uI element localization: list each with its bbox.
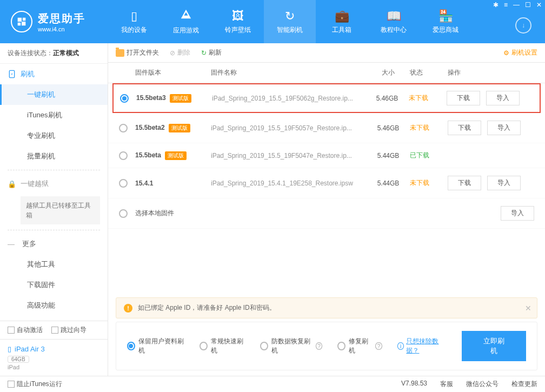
ringtone-icon: 🖼 bbox=[232, 9, 244, 23]
close-warning-icon[interactable]: ✕ bbox=[525, 304, 531, 313]
minimize-icon[interactable]: — bbox=[513, 1, 520, 9]
sidebar-more-label: 更多 bbox=[22, 239, 36, 249]
device-type: iPad bbox=[8, 364, 100, 370]
sidebar-group-more[interactable]: — 更多 bbox=[0, 234, 108, 254]
flash-settings-link[interactable]: ⚙ 刷机设置 bbox=[503, 48, 537, 57]
menu-icon[interactable]: ✱ bbox=[493, 1, 499, 9]
version-label: V7.98.53 bbox=[401, 380, 427, 389]
sidebar-item-pro[interactable]: 专业刷机 bbox=[0, 125, 108, 146]
device-name-row: ▯ iPad Air 3 bbox=[8, 345, 100, 353]
refresh-icon: ↻ bbox=[201, 49, 207, 57]
beta-tag: 测试版 bbox=[170, 94, 191, 103]
option-label: 防数据恢复刷机 bbox=[271, 337, 311, 355]
sidebar-item-batch[interactable]: 批量刷机 bbox=[0, 146, 108, 167]
sidebar-jailbreak-label: 一键越狱 bbox=[21, 179, 49, 189]
sidebar-group-flash[interactable]: 刷机 bbox=[0, 64, 108, 84]
wechat-link[interactable]: 微信公众号 bbox=[466, 380, 499, 389]
info-icon: i bbox=[397, 342, 404, 350]
download-button[interactable]: 下载 bbox=[448, 176, 481, 190]
list-icon[interactable]: ≡ bbox=[504, 1, 508, 9]
folder-icon bbox=[116, 49, 124, 57]
warning-icon: ! bbox=[124, 304, 132, 313]
flash-group-icon bbox=[8, 70, 16, 78]
settings-label: 刷机设置 bbox=[511, 48, 537, 57]
nav-tab-toolbox[interactable]: 💼 工具箱 bbox=[316, 0, 368, 43]
flash-now-button[interactable]: 立即刷机 bbox=[462, 331, 526, 361]
fw-size: 5.44GB bbox=[367, 152, 410, 160]
toolbox-icon: 💼 bbox=[335, 9, 349, 23]
option-anti-recovery[interactable]: 防数据恢复刷机 ? bbox=[260, 337, 322, 355]
row-radio[interactable] bbox=[119, 151, 128, 160]
nav-tabs: ▯ 我的设备 应用游戏 🖼 铃声壁纸 ↻ 智能刷机 💼 工具箱 📖 教程中心 🏪… bbox=[108, 0, 545, 43]
apps-icon bbox=[180, 9, 192, 24]
download-button[interactable]: 下载 bbox=[447, 91, 480, 105]
download-circle-icon[interactable]: ↓ bbox=[515, 17, 531, 34]
nav-tab-ringtone[interactable]: 🖼 铃声壁纸 bbox=[212, 0, 264, 43]
maximize-icon[interactable]: ☐ bbox=[525, 1, 531, 9]
auto-activate-checkbox[interactable]: 自动激活 bbox=[8, 325, 43, 335]
nav-tab-device[interactable]: ▯ 我的设备 bbox=[108, 0, 160, 43]
shop-icon: 🏪 bbox=[438, 9, 453, 23]
auto-options-row: 自动激活 跳过向导 bbox=[0, 321, 108, 339]
check-update-link[interactable]: 检查更新 bbox=[511, 380, 537, 389]
sidebar-item-advanced[interactable]: 高级功能 bbox=[0, 295, 108, 316]
option-repair[interactable]: 修复刷机 ? bbox=[337, 337, 382, 355]
beta-tag: 测试版 bbox=[165, 151, 187, 160]
firmware-row-local[interactable]: 选择本地固件 导入 bbox=[108, 198, 545, 229]
firmware-row-2[interactable]: 15.5beta 测试版 iPad_Spring_2019_15.5_19F50… bbox=[108, 143, 545, 168]
sidebar-item-other[interactable]: 其他工具 bbox=[0, 254, 108, 275]
skip-guide-label: 跳过向导 bbox=[61, 326, 87, 334]
option-keep-data[interactable]: 保留用户资料刷机 bbox=[127, 337, 184, 355]
sidebar-item-download[interactable]: 下载固件 bbox=[0, 275, 108, 295]
jailbreak-note: 越狱工具已转移至工具箱 bbox=[21, 196, 100, 224]
download-button[interactable]: 下载 bbox=[448, 121, 481, 135]
logo-area: 爱思助手 www.i4.cn bbox=[0, 11, 108, 32]
nav-tab-apps[interactable]: 应用游戏 bbox=[160, 0, 212, 43]
refresh-button[interactable]: ↻ 刷新 bbox=[201, 48, 222, 57]
nav-tab-shop[interactable]: 🏪 爱思商城 bbox=[420, 0, 471, 43]
option-normal[interactable]: 常规快速刷机 bbox=[200, 337, 245, 355]
support-link[interactable]: 客服 bbox=[440, 380, 453, 389]
close-icon[interactable]: ✕ bbox=[536, 1, 542, 9]
delete-label: 删除 bbox=[177, 48, 190, 57]
ipad-icon: ▯ bbox=[8, 345, 11, 353]
firmware-row-0[interactable]: 15.5beta3 测试版 iPad_Spring_2019_15.5_19F5… bbox=[112, 83, 541, 113]
fw-version: 15.5beta2 bbox=[135, 124, 165, 131]
import-button[interactable]: 导入 bbox=[486, 91, 520, 105]
window-controls: ✱ ≡ — ☐ ✕ bbox=[493, 1, 542, 9]
import-button[interactable]: 导入 bbox=[487, 121, 521, 135]
row-radio[interactable] bbox=[119, 179, 128, 188]
main-panel: 打开文件夹 ⊘ 删除 ↻ 刷新 ⚙ 刷机设置 固件版本 固件名称 bbox=[108, 43, 545, 376]
warning-bar: ! 如已绑定 Apple ID，请准备好 Apple ID和密码。 ✕ bbox=[116, 297, 537, 318]
help-icon[interactable]: ? bbox=[316, 342, 323, 350]
help-icon[interactable]: ? bbox=[375, 342, 382, 350]
gear-icon: ⚙ bbox=[503, 49, 509, 57]
col-status: 状态 bbox=[410, 68, 448, 77]
nav-tab-flash[interactable]: ↻ 智能刷机 bbox=[264, 0, 316, 43]
lock-icon: 🔒 bbox=[8, 180, 16, 188]
row-radio[interactable] bbox=[120, 94, 129, 103]
block-itunes-checkbox[interactable]: 阻止iTunes运行 bbox=[8, 380, 62, 389]
import-button[interactable]: 导入 bbox=[487, 176, 521, 190]
option-radio bbox=[200, 342, 208, 350]
flash-icon: ↻ bbox=[285, 9, 295, 23]
row-radio[interactable] bbox=[119, 209, 128, 218]
erase-data-link[interactable]: 只想抹除数据？ bbox=[406, 337, 447, 355]
row-radio[interactable] bbox=[119, 124, 128, 132]
app-header: 爱思助手 www.i4.cn ▯ 我的设备 应用游戏 🖼 铃声壁纸 ↻ 智能刷机… bbox=[0, 0, 545, 43]
sidebar-item-itunes[interactable]: iTunes刷机 bbox=[0, 105, 108, 125]
nav-tab-tutorial[interactable]: 📖 教程中心 bbox=[368, 0, 420, 43]
sidebar-item-oneclick[interactable]: 一键刷机 bbox=[0, 84, 108, 105]
open-folder-button[interactable]: 打开文件夹 bbox=[116, 48, 159, 57]
nav-label: 爱思商城 bbox=[433, 25, 458, 35]
import-button[interactable]: 导入 bbox=[501, 206, 534, 221]
table-header: 固件版本 固件名称 大小 状态 操作 bbox=[108, 63, 545, 83]
firmware-row-1[interactable]: 15.5beta2 测试版 iPad_Spring_2019_15.5_19F5… bbox=[108, 113, 545, 143]
app-url: www.i4.cn bbox=[38, 26, 85, 32]
col-version: 固件版本 bbox=[135, 68, 211, 77]
option-radio bbox=[337, 342, 345, 350]
firmware-row-3[interactable]: 15.4.1 iPad_Spring_2019_15.4.1_19E258_Re… bbox=[108, 168, 545, 198]
fw-size: 5.44GB bbox=[367, 180, 410, 187]
skip-guide-checkbox[interactable]: 跳过向导 bbox=[51, 325, 87, 335]
logo-icon bbox=[11, 11, 32, 32]
